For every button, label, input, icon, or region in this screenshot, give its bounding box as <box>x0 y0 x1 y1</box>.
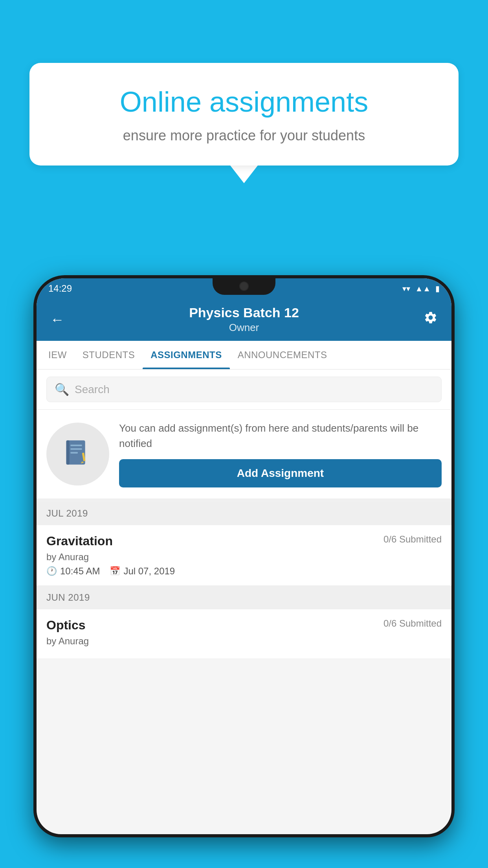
optics-submitted: 0/6 Submitted <box>383 618 442 629</box>
clock-icon: 🕐 <box>46 566 57 576</box>
assignment-top-row-optics: Optics 0/6 Submitted <box>46 618 442 633</box>
svg-rect-2 <box>70 445 82 446</box>
assignment-item-gravitation[interactable]: Gravitation 0/6 Submitted by Anurag 🕐 10… <box>37 525 451 586</box>
info-card: You can add assignment(s) from here and … <box>37 410 451 502</box>
assignment-meta: 🕐 10:45 AM 📅 Jul 07, 2019 <box>46 566 442 577</box>
header-title-container: Physics Batch 12 Owner <box>66 305 422 334</box>
assignment-submitted: 0/6 Submitted <box>383 534 442 545</box>
speech-bubble-arrow <box>230 166 258 183</box>
phone-container: 14:29 ▾▾ ▲▲ ▮ ← Physics Batch 12 Owner <box>33 275 455 868</box>
svg-rect-1 <box>66 440 70 464</box>
tab-assignments[interactable]: ASSIGNMENTS <box>143 341 230 369</box>
tab-iew[interactable]: IEW <box>40 341 75 369</box>
wifi-icon: ▾▾ <box>402 284 410 293</box>
search-icon: 🔍 <box>55 383 69 396</box>
phone-screen: 14:29 ▾▾ ▲▲ ▮ ← Physics Batch 12 Owner <box>37 278 451 834</box>
signal-icon: ▲▲ <box>415 284 431 293</box>
svg-rect-4 <box>70 452 78 454</box>
search-input-wrapper[interactable]: 🔍 Search <box>46 377 442 402</box>
assignment-name: Gravitation <box>46 534 113 548</box>
info-card-content: You can add assignment(s) from here and … <box>119 421 442 487</box>
status-time: 14:29 <box>48 283 72 294</box>
header-subtitle: Owner <box>66 322 422 334</box>
battery-icon: ▮ <box>435 284 440 293</box>
optics-name: Optics <box>46 618 86 633</box>
assignment-by: by Anurag <box>46 552 442 563</box>
tab-announcements[interactable]: ANNOUNCEMENTS <box>230 341 335 369</box>
assignment-item-optics[interactable]: Optics 0/6 Submitted by Anurag <box>37 609 451 659</box>
search-placeholder: Search <box>75 383 110 396</box>
search-container: 🔍 Search <box>37 370 451 410</box>
add-assignment-button[interactable]: Add Assignment <box>119 459 442 487</box>
tabs-container: IEW STUDENTS ASSIGNMENTS ANNOUNCEMENTS <box>37 341 451 370</box>
batch-title: Physics Batch 12 <box>66 305 422 320</box>
month-header-jun: JUN 2019 <box>37 586 451 609</box>
speech-bubble-title: Online assignments <box>57 86 431 118</box>
camera-icon <box>239 281 249 291</box>
status-icons: ▾▾ ▲▲ ▮ <box>402 284 440 293</box>
svg-rect-3 <box>70 448 82 450</box>
assignment-date: 📅 Jul 07, 2019 <box>110 566 175 577</box>
speech-bubble-container: Online assignments ensure more practice … <box>29 63 459 183</box>
info-card-text: You can add assignment(s) from here and … <box>119 421 442 451</box>
assignment-top-row: Gravitation 0/6 Submitted <box>46 534 442 548</box>
speech-bubble: Online assignments ensure more practice … <box>29 63 459 166</box>
calendar-icon: 📅 <box>110 566 120 576</box>
speech-bubble-subtitle: ensure more practice for your students <box>57 127 431 144</box>
month-header-jul: JUL 2019 <box>37 502 451 525</box>
tab-students[interactable]: STUDENTS <box>75 341 143 369</box>
optics-by: by Anurag <box>46 636 442 647</box>
phone-notch <box>213 278 275 295</box>
assignment-time: 🕐 10:45 AM <box>46 566 100 577</box>
settings-button[interactable] <box>422 309 440 330</box>
notebook-icon-circle <box>46 423 109 485</box>
back-button[interactable]: ← <box>48 309 66 330</box>
phone-frame: 14:29 ▾▾ ▲▲ ▮ ← Physics Batch 12 Owner <box>33 275 455 837</box>
